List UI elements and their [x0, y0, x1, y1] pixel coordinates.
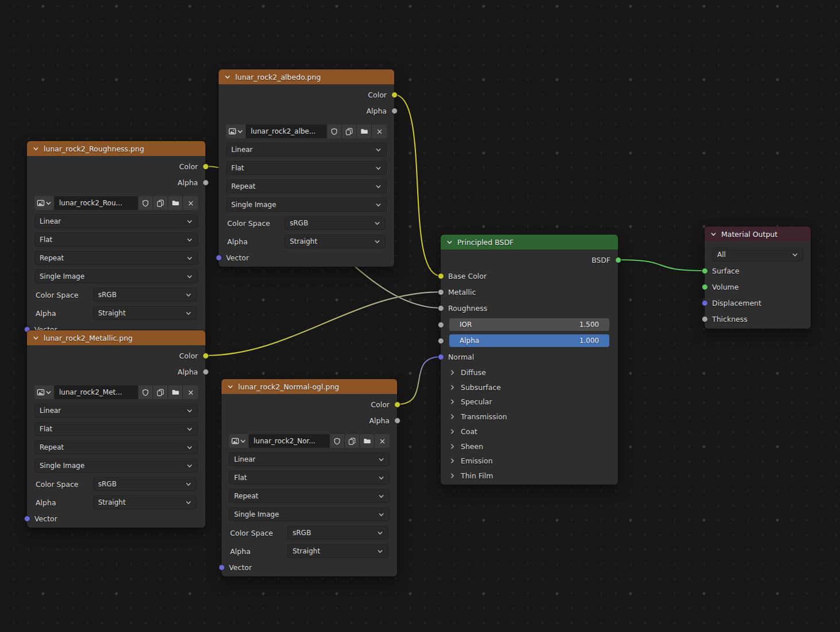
node-tex_metallic[interactable]: lunar_rock2_Metallic.pngColorAlphalunar_… [27, 330, 205, 528]
chevron-down-icon[interactable] [227, 384, 234, 390]
color-space-select[interactable]: sRGB [287, 526, 388, 540]
open-image-button[interactable] [357, 124, 372, 138]
node-editor-canvas[interactable]: lunar_rock2_Roughness.pngColorAlphalunar… [0, 0, 840, 632]
fake-user-button[interactable] [330, 434, 345, 448]
fake-user-button[interactable] [327, 124, 342, 138]
socket-bsdf-normal[interactable] [438, 354, 444, 360]
image-datablock-button[interactable] [226, 124, 246, 138]
unlink-image-button[interactable] [183, 196, 198, 210]
socket-tex_roughness-alpha[interactable] [203, 180, 209, 186]
chevron-down-icon[interactable] [33, 146, 39, 152]
image-datablock-button[interactable] [34, 385, 55, 399]
projection-select[interactable]: Flat [226, 161, 387, 175]
node-tex_normal[interactable]: lunar_rock2_Normal-ogl.pngColorAlphaluna… [221, 379, 397, 576]
socket-tex_albedo-vector[interactable] [216, 255, 222, 261]
node-bsdf[interactable]: Principled BSDFBSDFBase ColorMetallicRou… [441, 235, 618, 485]
socket-bsdf-roughness[interactable] [438, 305, 444, 311]
close-icon [376, 128, 383, 135]
interpolation-select[interactable]: Linear [34, 404, 198, 418]
socket-tex_metallic-alpha[interactable] [203, 369, 209, 375]
fake-user-button[interactable] [138, 385, 153, 399]
node-tex_albedo[interactable]: lunar_rock2_albedo.pngColorAlphalunar_ro… [219, 69, 394, 267]
ior-field[interactable]: IOR1.500 [449, 318, 609, 331]
duplicate-image-button[interactable] [342, 124, 357, 138]
interpolation-select[interactable]: Linear [34, 214, 198, 228]
socket-tex_normal-vector[interactable] [219, 564, 225, 571]
image-name-field[interactable]: lunar_rock2_Rou... [55, 196, 138, 210]
image-name-field[interactable]: lunar_rock2_Nor... [249, 434, 330, 448]
section-sheen[interactable]: Sheen [449, 440, 610, 452]
socket-bsdf-alpha[interactable] [438, 338, 444, 344]
node-tex_roughness[interactable]: lunar_rock2_Roughness.pngColorAlphalunar… [27, 141, 205, 338]
socket-bsdf-base_color[interactable] [438, 273, 444, 279]
source-select[interactable]: Single Image [34, 270, 198, 283]
alpha-mode-select[interactable]: Straight [93, 306, 197, 320]
projection-select[interactable]: Flat [34, 422, 198, 436]
chevron-down-icon[interactable] [446, 239, 453, 245]
open-image-button[interactable] [360, 434, 375, 448]
color-space-select[interactable]: sRGB [285, 216, 386, 230]
image-name: lunar_rock2_albe... [251, 127, 316, 135]
section-subsurface[interactable]: Subsurface [449, 381, 610, 393]
socket-tex_normal-color[interactable] [394, 401, 400, 408]
node-title: lunar_rock2_Metallic.png [44, 334, 133, 342]
duplicate-image-button[interactable] [153, 196, 168, 210]
alpha-mode-select[interactable]: Straight [93, 496, 197, 509]
alpha-field[interactable]: Alpha1.000 [449, 334, 609, 347]
image-datablock-button[interactable] [34, 196, 55, 210]
socket-out-surface[interactable] [702, 268, 708, 274]
chevron-down-icon[interactable] [710, 231, 717, 237]
extension-select[interactable]: Repeat [226, 180, 387, 193]
output-target-select[interactable]: All [712, 248, 803, 262]
interpolation-select[interactable]: Linear [226, 143, 387, 157]
alpha-mode-select[interactable]: Straight [285, 235, 386, 248]
unlink-image-button[interactable] [372, 124, 387, 138]
socket-bsdf-bsdf[interactable] [615, 257, 621, 263]
chevron-down-icon[interactable] [224, 74, 231, 80]
socket-tex_metallic-color[interactable] [203, 353, 209, 359]
socket-out-thickness[interactable] [702, 316, 708, 322]
socket-row-vector: Vector [226, 252, 387, 263]
socket-tex_normal-alpha[interactable] [394, 418, 400, 424]
section-specular[interactable]: Specular [449, 396, 610, 407]
projection-select[interactable]: Flat [34, 233, 198, 247]
color-space-select[interactable]: sRGB [93, 288, 197, 302]
source-select[interactable]: Single Image [226, 198, 387, 212]
node-out[interactable]: Material OutputAllSurfaceVolumeDisplacem… [705, 227, 811, 329]
section-emission[interactable]: Emission [449, 455, 610, 466]
projection-select[interactable]: Flat [229, 471, 390, 485]
section-thin-film[interactable]: Thin Film [449, 470, 610, 481]
source-select[interactable]: Single Image [34, 459, 198, 473]
unlink-image-button[interactable] [375, 434, 390, 448]
open-image-button[interactable] [168, 385, 183, 399]
node-header: lunar_rock2_Roughness.png [27, 141, 205, 156]
chevron-down-icon[interactable] [33, 335, 39, 341]
socket-out-volume[interactable] [702, 284, 708, 290]
extension-select[interactable]: Repeat [34, 440, 198, 454]
alpha-mode-select[interactable]: Straight [287, 544, 388, 558]
socket-tex_albedo-color[interactable] [391, 92, 398, 98]
socket-bsdf-metallic[interactable] [438, 289, 444, 295]
socket-tex_roughness-color[interactable] [203, 163, 209, 170]
chevron-down-icon [377, 530, 383, 536]
image-name-field[interactable]: lunar_rock2_Met... [55, 385, 138, 399]
extension-select[interactable]: Repeat [229, 489, 390, 503]
socket-bsdf-ior[interactable] [438, 322, 444, 328]
section-transmission[interactable]: Transmission [449, 411, 610, 422]
image-datablock-button[interactable] [229, 434, 249, 448]
duplicate-image-button[interactable] [153, 385, 168, 399]
open-image-button[interactable] [168, 196, 183, 210]
section-diffuse[interactable]: Diffuse [449, 366, 610, 378]
fake-user-button[interactable] [138, 196, 153, 210]
socket-tex_metallic-vector[interactable] [24, 516, 30, 522]
extension-select[interactable]: Repeat [34, 251, 198, 265]
interpolation-select[interactable]: Linear [229, 452, 390, 466]
duplicate-image-button[interactable] [345, 434, 360, 448]
color-space-select[interactable]: sRGB [93, 477, 197, 491]
image-name-field[interactable]: lunar_rock2_albe... [246, 124, 327, 138]
socket-out-displacement[interactable] [702, 300, 708, 306]
section-coat[interactable]: Coat [449, 426, 610, 437]
source-select[interactable]: Single Image [229, 508, 390, 521]
unlink-image-button[interactable] [183, 385, 198, 399]
socket-tex_albedo-alpha[interactable] [391, 108, 398, 114]
